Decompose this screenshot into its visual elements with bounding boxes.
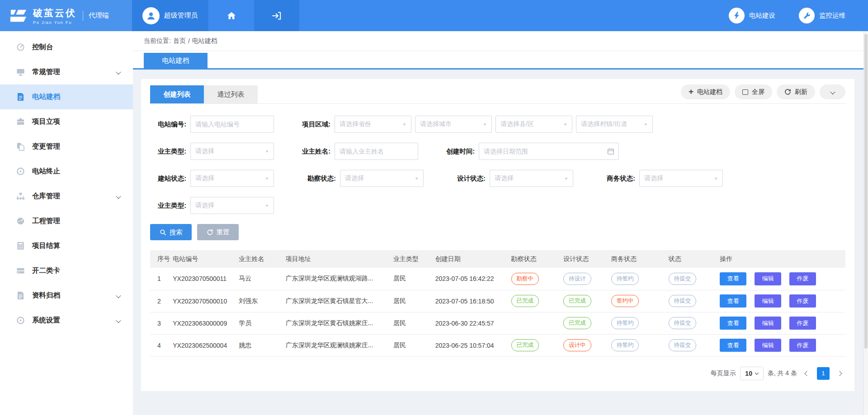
sidebar-item-console[interactable]: 控制台 (0, 35, 133, 60)
app-logo: 破茧云伏 Po Jian Yun Fu 代理端 (0, 0, 132, 31)
create-time-range-picker[interactable] (479, 143, 619, 160)
sidebar-item-project-initiation[interactable]: 项目立项 (0, 109, 133, 134)
table-header-row: 序号 电站编号 业主姓名 项目地址 业主类型 创建日期 勘察状态 设计状态 商务… (150, 250, 845, 268)
next-page-button[interactable] (834, 367, 845, 380)
void-button[interactable]: 作废 (789, 272, 816, 285)
caret-down-icon: ▼ (402, 122, 406, 126)
home-icon (226, 10, 237, 21)
panel-tabs: 创建列表 通过列表 (150, 85, 258, 103)
breadcrumb-home-link[interactable]: 首页 (173, 37, 186, 45)
view-button[interactable]: 查看 (720, 294, 746, 308)
status-badge: 待提交 (669, 317, 697, 329)
chevron-down-icon (117, 68, 120, 76)
county-select[interactable]: 请选择县/区▼ (495, 116, 572, 133)
caret-down-icon: ▼ (644, 122, 648, 126)
void-button[interactable]: 作废 (789, 317, 816, 330)
panel-toolbar: + 电站建档 全屏 刷新 (681, 84, 845, 99)
logo-title: 破茧云伏 (33, 7, 76, 19)
wrench-icon (799, 8, 815, 23)
city-select[interactable]: 请选择城市▼ (415, 116, 492, 133)
tab-create-list[interactable]: 创建列表 (150, 85, 204, 103)
owner-type-select[interactable]: 请选择▼ (190, 143, 274, 160)
avatar (142, 7, 160, 24)
survey-status-badge: 已完成 (511, 339, 539, 351)
page-tab-station-filing[interactable]: 电站建档 (144, 53, 208, 68)
per-page-select[interactable]: 10 (740, 367, 764, 380)
logout-button[interactable] (254, 0, 299, 31)
calculator-icon (15, 242, 25, 250)
province-select[interactable]: 请选择省份▼ (335, 116, 411, 133)
caret-down-icon: ▼ (265, 204, 269, 208)
business-status-select[interactable]: 请选择▼ (639, 170, 723, 187)
design-status-badge: 已完成 (563, 317, 591, 329)
view-button[interactable]: 查看 (720, 272, 746, 285)
chevron-down-icon (117, 192, 120, 201)
view-button[interactable]: 查看 (720, 339, 746, 352)
owner-type2-select[interactable]: 请选择▼ (190, 197, 274, 214)
breadcrumb-current: 电站建档 (192, 37, 217, 45)
edit-button[interactable]: 编辑 (755, 317, 781, 330)
tab-passed-list[interactable]: 通过列表 (204, 85, 258, 103)
design-status-badge: 设计中 (563, 339, 591, 351)
business-status-badge: 待签约 (611, 339, 639, 351)
edit-button[interactable]: 编辑 (755, 339, 781, 352)
home-button[interactable] (208, 0, 254, 31)
refresh-button[interactable]: 刷新 (777, 84, 815, 99)
caret-down-icon: ▼ (265, 149, 269, 154)
void-button[interactable]: 作废 (789, 294, 816, 308)
reset-button[interactable]: 重置 (197, 224, 239, 240)
sidebar-item-engineering-mgmt[interactable]: 工程管理 (0, 209, 133, 233)
search-button[interactable]: 搜索 (150, 224, 192, 240)
page-tabstrip: 电站建档 (133, 51, 868, 70)
design-status-select[interactable]: 请选择▼ (490, 170, 573, 187)
reset-icon (207, 229, 213, 236)
fullscreen-button[interactable]: 全屏 (735, 84, 772, 99)
status-badge: 待提交 (669, 295, 697, 307)
date-range-input[interactable] (479, 143, 618, 159)
logout-icon (271, 10, 282, 21)
sidebar-item-archives[interactable]: 资料归档 (0, 283, 133, 308)
edit-button[interactable]: 编辑 (755, 294, 781, 308)
prev-page-button[interactable] (801, 367, 813, 380)
status-badge: 待提交 (669, 339, 697, 351)
sidebar-item-system-settings[interactable]: 系统设置 (0, 308, 133, 333)
refresh-icon (784, 89, 791, 95)
page-number-1[interactable]: 1 (817, 367, 830, 380)
calendar-icon (607, 148, 614, 155)
sidebar: 控制台 常规管理 电站建档 (0, 31, 133, 415)
business-status-badge: 待签约 (611, 317, 639, 329)
scrollbar-thumb[interactable] (864, 34, 868, 349)
sidebar-item-station-termination[interactable]: 电站终止 (0, 159, 133, 184)
sidebar-item-general-mgmt[interactable]: 常规管理 (0, 60, 133, 84)
briefcase-icon (15, 117, 25, 126)
station-table: 序号 电站编号 业主姓名 项目地址 业主类型 创建日期 勘察状态 设计状态 商务… (150, 250, 845, 357)
nav-station-construction[interactable]: 电站建设 (729, 8, 775, 23)
sidebar-item-change-mgmt[interactable]: 变更管理 (0, 134, 133, 159)
build-status-select[interactable]: 请选择▼ (190, 170, 274, 187)
add-station-button[interactable]: + 电站建档 (681, 84, 730, 99)
town-select[interactable]: 请选择村镇/街道▼ (576, 116, 653, 133)
table-row: 4 YX2023062500004 姚忠 广东深圳龙华区观澜镇姚家庄... 居民… (150, 334, 845, 356)
table-row: 2 YX2023070500010 刘强东 广东深圳龙华区黄石镇星官大... 居… (150, 290, 845, 312)
survey-status-select[interactable]: 请选择▼ (340, 170, 424, 187)
owner-name-input[interactable] (335, 143, 418, 160)
survey-status-badge: 勘察中 (511, 273, 539, 285)
sidebar-item-type2-card[interactable]: 开二类卡 (0, 258, 133, 283)
user-name: 超级管理员 (164, 11, 198, 20)
caret-down-icon: ▼ (483, 122, 487, 126)
edit-button[interactable]: 编辑 (755, 272, 781, 285)
nav-monitoring-ops[interactable]: 监控运维 (799, 8, 845, 23)
gauge-icon (15, 43, 25, 51)
vertical-scrollbar[interactable] (863, 31, 868, 415)
view-button[interactable]: 查看 (720, 317, 746, 330)
sidebar-item-warehouse-mgmt[interactable]: 仓库管理 (0, 184, 133, 209)
user-menu[interactable]: 超级管理员 (132, 0, 208, 31)
void-button[interactable]: 作废 (789, 339, 816, 352)
dashboard-icon (15, 217, 25, 225)
sidebar-item-station-filing[interactable]: 电站建档 (0, 84, 133, 109)
design-status-badge: 已完成 (563, 295, 591, 307)
status-badge: 待提交 (669, 273, 697, 285)
sidebar-item-project-settlement[interactable]: 项目结算 (0, 233, 133, 258)
station-code-input[interactable] (190, 116, 274, 133)
collapse-toolbar-button[interactable] (820, 84, 845, 99)
